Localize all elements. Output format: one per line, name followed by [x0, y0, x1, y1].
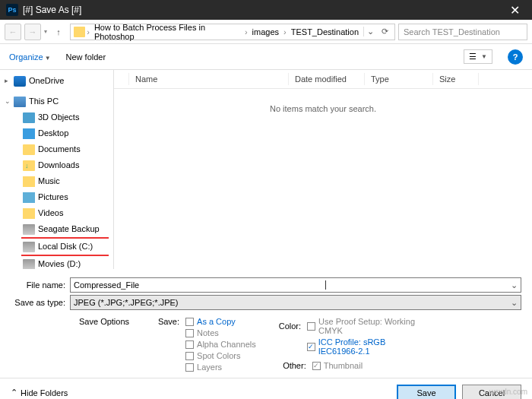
breadcrumb-dropdown[interactable]: ⌄ — [363, 27, 377, 36]
nav-forward-button[interactable]: → — [24, 24, 41, 40]
tree-videos[interactable]: Videos — [0, 205, 113, 221]
opt-spot: Spot Colors — [185, 351, 256, 360]
pc-icon — [14, 97, 26, 107]
empty-message: No items match your search. — [114, 89, 532, 128]
filename-input[interactable]: Compressed_File ⌄ — [70, 277, 521, 293]
folder-icon — [23, 176, 35, 187]
opt-layers: Layers — [185, 363, 256, 372]
photoshop-icon: Ps — [6, 4, 18, 16]
save-options: Save Options Save: As a Copy Notes Alpha… — [11, 312, 521, 372]
col-date[interactable]: Date modified — [289, 73, 365, 85]
checkbox — [185, 352, 194, 360]
checkbox — [307, 322, 315, 331]
window-title: [#] Save As [#] — [23, 5, 504, 15]
save-label: Save: — [152, 317, 179, 372]
col-size[interactable]: Size — [433, 73, 479, 85]
opt-notes: Notes — [185, 328, 256, 337]
chevron-right-icon: › — [245, 27, 248, 36]
folder-icon — [23, 208, 35, 219]
nav-up-button[interactable]: ↑ — [50, 24, 67, 40]
checkbox[interactable] — [185, 318, 194, 326]
footer: ⌃ Hide Folders Save Cancel — [0, 378, 532, 399]
tree-desktop[interactable]: Desktop — [0, 125, 113, 141]
folder-icon — [23, 112, 35, 123]
watermark: wsxdn.com — [489, 388, 527, 396]
onedrive-icon — [14, 76, 26, 87]
search-placeholder: Search TEST_Destination — [404, 27, 500, 36]
nav-history-dropdown[interactable]: ▾ — [44, 28, 47, 35]
opt-icc-profile[interactable]: ICC Profile: sRGB IEC61966-2.1 — [279, 337, 416, 356]
column-headers: Name Date modified Type Size — [114, 70, 532, 89]
view-button[interactable]: ☰▼ — [464, 49, 492, 64]
checkbox-checked — [312, 362, 321, 370]
filetype-label: Save as type: — [11, 298, 70, 307]
save-panel: File name: Compressed_File ⌄ Save as typ… — [0, 269, 532, 378]
drive-icon — [23, 259, 35, 270]
save-options-title: Save Options — [79, 317, 129, 370]
opt-alpha: Alpha Channels — [185, 340, 256, 349]
navbar: ← → ▾ ↑ › How to Batch Process Files in … — [0, 20, 532, 44]
col-name[interactable]: Name — [129, 73, 289, 85]
folder-icon — [23, 160, 35, 171]
text-cursor — [325, 280, 326, 290]
nav-back-button[interactable]: ← — [5, 24, 21, 40]
opt-thumbnail: Other: Thumbnail — [279, 361, 416, 370]
chevron-right-icon: › — [283, 27, 287, 36]
refresh-icon[interactable]: ⟳ — [378, 27, 391, 36]
chevron-up-icon: ⌃ — [11, 388, 17, 397]
nav-tree: ▸OneDrive ⌄This PC 3D Objects Desktop Do… — [0, 70, 114, 269]
filetype-row: Save as type: JPEG (*.JPG;*.JPEG;*.JPE) … — [11, 295, 521, 310]
main-area: ▸OneDrive ⌄This PC 3D Objects Desktop Do… — [0, 70, 532, 269]
tree-onedrive[interactable]: ▸OneDrive — [0, 73, 113, 89]
checkbox-checked[interactable] — [307, 343, 315, 351]
filename-row: File name: Compressed_File ⌄ — [11, 277, 521, 293]
breadcrumb-item[interactable]: How to Batch Process Files in Photoshop — [91, 23, 243, 41]
tree-music[interactable]: Music — [0, 173, 113, 189]
chevron-down-icon[interactable]: ⌄ — [511, 280, 518, 290]
file-list: Name Date modified Type Size No items ma… — [114, 70, 532, 269]
folder-icon — [23, 128, 35, 139]
chevron-right-icon: › — [87, 27, 90, 36]
view-icon: ☰ — [469, 52, 477, 62]
toolbar: Organize▼ New folder ☰▼ ? — [0, 44, 532, 70]
tree-seagate[interactable]: Seagate Backup — [0, 221, 113, 237]
tree-3d-objects[interactable]: 3D Objects — [0, 109, 113, 125]
drive-icon — [23, 242, 35, 252]
drive-icon — [23, 224, 35, 235]
close-icon[interactable]: ✕ — [504, 3, 526, 17]
titlebar: Ps [#] Save As [#] ✕ — [0, 0, 532, 20]
breadcrumb-item[interactable]: images — [249, 27, 282, 36]
save-button[interactable]: Save — [397, 385, 456, 400]
new-folder-button[interactable]: New folder — [66, 52, 106, 62]
folder-icon — [74, 27, 85, 37]
checkbox — [185, 340, 194, 349]
tree-movies[interactable]: Movies (D:) — [0, 256, 113, 269]
col-spacer — [114, 73, 129, 85]
filename-label: File name: — [11, 280, 70, 290]
checkbox — [185, 329, 194, 337]
tree-downloads[interactable]: Downloads — [0, 157, 113, 173]
chevron-down-icon[interactable]: ⌄ — [511, 298, 518, 308]
tree-pictures[interactable]: Pictures — [0, 189, 113, 205]
opt-color-proof: Color: Use Proof Setup: Working CMYK — [279, 317, 416, 335]
hide-folders-button[interactable]: ⌃ Hide Folders — [11, 388, 68, 397]
search-input[interactable]: Search TEST_Destination — [398, 24, 527, 40]
filetype-select[interactable]: JPEG (*.JPG;*.JPEG;*.JPE) ⌄ — [70, 295, 521, 310]
folder-icon — [23, 144, 35, 155]
help-icon[interactable]: ? — [508, 49, 523, 65]
col-type[interactable]: Type — [365, 73, 433, 85]
tree-documents[interactable]: Documents — [0, 141, 113, 157]
organize-button[interactable]: Organize▼ — [9, 52, 51, 62]
breadcrumb[interactable]: › How to Batch Process Files in Photosho… — [70, 24, 395, 40]
folder-icon — [23, 192, 35, 203]
tree-this-pc[interactable]: ⌄This PC — [0, 93, 113, 109]
breadcrumb-item[interactable]: TEST_Destination — [288, 27, 362, 36]
opt-as-copy[interactable]: As a Copy — [185, 317, 256, 326]
tree-local-disk[interactable]: Local Disk (C:) — [0, 239, 113, 255]
checkbox — [185, 363, 194, 372]
